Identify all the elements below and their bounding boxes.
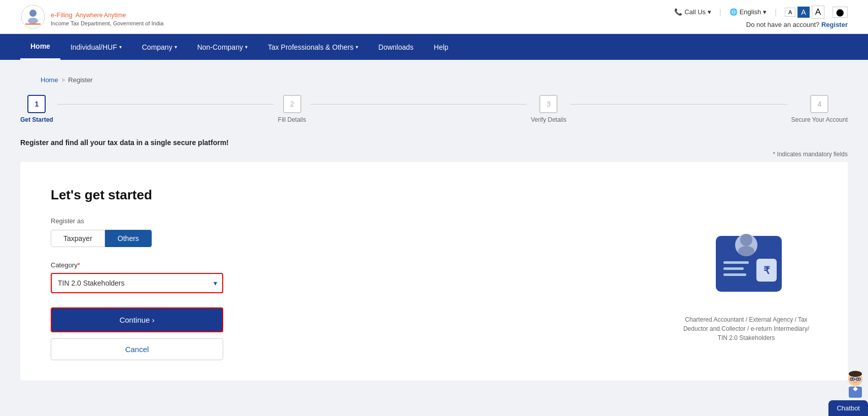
form-title: Let's get started [51, 187, 645, 203]
svg-text:₹: ₹ [763, 265, 770, 276]
main-nav: Home Individual/HUF ▾ Company ▾ Non-Comp… [0, 34, 868, 60]
step-line-2 [310, 104, 527, 105]
chatbot-button[interactable]: Chatbot [828, 400, 868, 401]
cancel-button[interactable]: Cancel [51, 338, 223, 360]
svg-rect-3 [25, 23, 41, 25]
step-1: 1 Get Started [20, 95, 53, 123]
step-1-label: Get Started [20, 116, 53, 123]
separator: | [719, 8, 721, 16]
register-link[interactable]: Register [821, 21, 848, 28]
header-right: 📞 Call Us ▾ | 🌐 English ▾ | A A A ⬤ Do n… [674, 6, 848, 28]
main-content: Home > Register 1 Get Started 2 Fill Det… [0, 60, 868, 401]
page-tagline: Register and find all your tax data in a… [20, 138, 848, 147]
svg-rect-9 [723, 267, 744, 270]
lang-chevron: ▾ [763, 8, 767, 16]
logo-subtitle: Income Tax Department, Government of Ind… [51, 20, 163, 26]
no-account-text: Do not have an account? Register [746, 21, 848, 28]
required-mark: * [78, 261, 80, 269]
step-4: 4 Secure Your Account [791, 95, 848, 123]
register-as-label: Register as [51, 217, 645, 225]
nav-item-home[interactable]: Home [20, 34, 60, 60]
step-line-3 [570, 104, 787, 105]
step-1-circle: 1 [27, 95, 46, 113]
svg-point-14 [849, 371, 862, 377]
font-small-button[interactable]: A [785, 8, 795, 17]
chatbot-widget: Chatbot [828, 370, 868, 401]
breadcrumb-separator: > [61, 76, 65, 84]
svg-point-18 [852, 378, 853, 380]
separator2: | [775, 8, 777, 16]
font-medium-button[interactable]: A [797, 7, 809, 18]
step-4-circle: 4 [810, 95, 828, 113]
register-as-toggle: Taxpayer Others [51, 230, 645, 247]
illustration-caption: Chartered Accountant / External Agency /… [680, 315, 812, 342]
svg-point-19 [858, 378, 859, 380]
mandatory-note: * Indicates mandatory fields [20, 151, 848, 158]
company-chevron: ▾ [175, 44, 177, 50]
header-controls: 📞 Call Us ▾ | 🌐 English ▾ | A A A ⬤ [674, 6, 848, 19]
step-2-circle: 2 [283, 95, 301, 113]
category-select-wrapper: TIN 2.0 Stakeholders Chartered Accountan… [51, 273, 223, 293]
taxpayer-button[interactable]: Taxpayer [51, 230, 105, 247]
chatbot-avatar-icon [843, 370, 868, 400]
continue-button[interactable]: Continue › [51, 307, 223, 332]
nav-item-non-company[interactable]: Non-Company ▾ [187, 35, 258, 59]
step-line-1 [57, 104, 274, 105]
svg-point-6 [740, 234, 752, 246]
step-4-label: Secure Your Account [791, 116, 848, 123]
logo-text: e-Filing Anywhere Anytime Income Tax Dep… [51, 7, 163, 26]
call-us-button[interactable]: 📞 Call Us ▾ [674, 8, 711, 16]
step-2: 2 Fill Details [278, 95, 306, 123]
language-selector[interactable]: 🌐 English ▾ [730, 8, 767, 16]
nav-item-individual-huf[interactable]: Individual/HUF ▾ [60, 35, 132, 59]
svg-rect-10 [723, 273, 746, 276]
nav-item-company[interactable]: Company ▾ [132, 35, 187, 59]
others-button[interactable]: Others [105, 230, 152, 247]
individual-huf-chevron: ▾ [119, 44, 122, 50]
svg-point-7 [738, 246, 754, 256]
language-label: English [740, 8, 761, 16]
registration-card: Let's get started Register as Taxpayer O… [20, 162, 848, 380]
tax-professionals-chevron: ▾ [356, 44, 358, 50]
breadcrumb-current: Register [68, 76, 92, 84]
font-size-controls: A A A [785, 6, 824, 19]
emblem-icon [20, 4, 46, 29]
breadcrumb: Home > Register [20, 70, 848, 90]
phone-icon: 📞 [674, 8, 682, 16]
header: e-Filing Anywhere Anytime Income Tax Dep… [0, 0, 868, 34]
svg-point-1 [29, 10, 37, 17]
step-3: 3 Verify Details [531, 95, 566, 123]
nav-item-help[interactable]: Help [424, 35, 459, 59]
breadcrumb-home[interactable]: Home [41, 76, 58, 84]
nav-item-downloads[interactable]: Downloads [368, 35, 424, 59]
category-label: Category* [51, 261, 645, 269]
registration-illustration: ₹ [696, 205, 797, 307]
step-3-label: Verify Details [531, 116, 566, 123]
call-us-label: Call Us [684, 8, 706, 16]
category-select[interactable]: TIN 2.0 Stakeholders Chartered Accountan… [51, 273, 223, 293]
svg-rect-8 [723, 261, 749, 264]
svg-point-2 [28, 18, 38, 24]
logo-area: e-Filing Anywhere Anytime Income Tax Dep… [20, 4, 163, 29]
card-right: ₹ Chartered Accountant / External Agency… [675, 187, 817, 360]
globe-icon: 🌐 [730, 8, 738, 16]
font-large-button[interactable]: A [812, 6, 824, 19]
logo-tagline: Anywhere Anytime [76, 12, 126, 19]
category-field: Category* TIN 2.0 Stakeholders Chartered… [51, 261, 645, 293]
stepper: 1 Get Started 2 Fill Details 3 Verify De… [20, 90, 848, 128]
nav-item-tax-professionals[interactable]: Tax Professionals & Others ▾ [258, 35, 368, 59]
contrast-button[interactable]: ⬤ [832, 7, 848, 18]
step-2-label: Fill Details [278, 116, 306, 123]
call-us-chevron: ▾ [708, 8, 711, 16]
step-3-circle: 3 [539, 95, 558, 113]
non-company-chevron: ▾ [245, 44, 248, 50]
card-left: Let's get started Register as Taxpayer O… [51, 187, 645, 360]
logo-efiling-text: e-Filing [51, 11, 73, 19]
